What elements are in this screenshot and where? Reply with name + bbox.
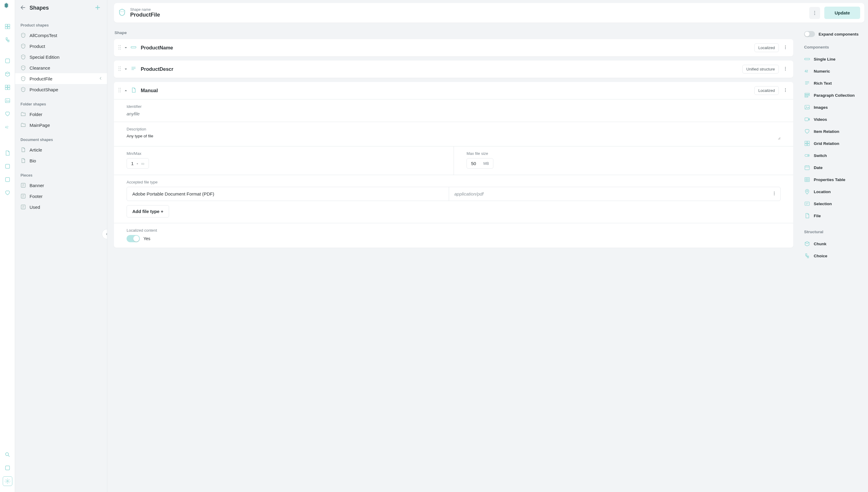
component-tag[interactable]: Localized [754, 86, 779, 95]
inspector-component-item[interactable]: Single Line [804, 53, 864, 65]
drag-handle-icon[interactable] [118, 66, 121, 72]
identifier-value[interactable]: anyfile [126, 111, 780, 116]
rail-item-pricing[interactable] [3, 122, 13, 132]
filetype-name[interactable]: Adobe Portable Document Format (PDF) [127, 187, 449, 201]
rail-item-random[interactable] [3, 162, 13, 171]
inspector-component-item[interactable]: File [804, 210, 864, 222]
update-button[interactable]: Update [824, 7, 860, 19]
inspector-component-label: Chunk [814, 242, 826, 246]
component-name: Manual [141, 88, 751, 93]
inspector-component-item[interactable]: Videos [804, 113, 864, 125]
rail-item-media[interactable] [3, 96, 13, 105]
component-menu-button[interactable] [782, 65, 789, 73]
sidebar-item[interactable]: Folder [15, 109, 107, 120]
sidebar-item-label: Clearance [29, 65, 50, 71]
rail-item-users[interactable] [3, 109, 13, 119]
inspector-component-item[interactable]: Paragraph Collection [804, 89, 864, 101]
inspector-component-item[interactable]: Date [804, 162, 864, 174]
add-filetype-button[interactable]: Add file type + [126, 205, 169, 218]
inspector-component-item[interactable]: Item Relation [804, 125, 864, 138]
sidebar-item-label: Banner [29, 183, 44, 188]
rail-item-analytics[interactable] [3, 175, 13, 184]
inspector-component-item[interactable]: Chunk [804, 238, 864, 250]
component-type-icon [130, 87, 137, 94]
rail-item-dashboard[interactable] [3, 22, 13, 31]
inspector-component-item[interactable]: Rich Text [804, 77, 864, 89]
sidebar-item[interactable]: MainPage [15, 120, 107, 130]
shape-menu-button[interactable] [809, 7, 820, 19]
sidebar-item[interactable]: Bio [15, 155, 107, 166]
shape-name-value: ProductFile [130, 12, 160, 18]
component-tag[interactable]: Localized [754, 43, 779, 52]
inspector-component-item[interactable]: Selection [804, 198, 864, 210]
sidebar-item[interactable]: Article [15, 144, 107, 155]
rail-item-catalogue[interactable] [3, 56, 13, 66]
rail-item-settings[interactable] [3, 476, 13, 486]
rail-item-clipboard[interactable] [3, 148, 13, 158]
sidebar-item[interactable]: Footer [15, 191, 107, 201]
component-type-icon [130, 44, 137, 51]
rail-item-network[interactable] [3, 69, 13, 79]
minmax-input[interactable]: 1-∞ [126, 158, 149, 169]
expand-toggle[interactable] [124, 46, 127, 50]
sidebar-item[interactable]: Banner [15, 180, 107, 191]
rail-item-profile[interactable] [3, 188, 13, 198]
sidebar-item[interactable]: Product [15, 41, 107, 51]
sidebar: Shapes Product shapes AllCompsTest Produ… [15, 0, 107, 492]
inspector-component-item[interactable]: Choice [804, 250, 864, 262]
component-tag[interactable]: Unified structure [742, 65, 779, 74]
shape-icon [118, 8, 126, 17]
rail-item-search[interactable] [3, 450, 13, 460]
component-menu-button[interactable] [782, 44, 789, 52]
back-button[interactable] [20, 4, 26, 12]
sidebar-item[interactable]: Used [15, 201, 107, 213]
chevron-left-icon [99, 76, 103, 81]
sidebar-item-label: ProductFile [29, 76, 52, 81]
sidebar-item[interactable]: ProductShape [15, 84, 107, 95]
component-name: ProductDescr [141, 66, 739, 72]
sidebar-item[interactable]: AllCompsTest [15, 30, 107, 41]
description-input[interactable]: Any type of file [126, 134, 780, 140]
drag-handle-icon[interactable] [118, 88, 121, 93]
sidebar-item-label: MainPage [29, 123, 50, 128]
sidebar-item-label: Folder [29, 112, 43, 117]
rail-item-language[interactable] [3, 463, 13, 473]
inspector-component-item[interactable]: Switch [804, 149, 864, 162]
sidebar-group-title: Document shapes [15, 130, 107, 144]
maxfilesize-input[interactable]: 50MB [466, 158, 493, 169]
component-menu-button[interactable] [782, 87, 789, 95]
localized-toggle[interactable] [126, 235, 140, 242]
sidebar-item[interactable]: ProductFile [15, 73, 107, 84]
filetype-mime[interactable]: application/pdf [449, 187, 771, 201]
add-shape-button[interactable] [94, 4, 101, 12]
expand-toggle[interactable] [124, 88, 127, 93]
component-card: ProductName Localized [114, 39, 793, 56]
sidebar-collapse-button[interactable] [102, 229, 107, 239]
identifier-label: Identifier [126, 104, 780, 109]
expand-toggle[interactable] [124, 67, 127, 72]
inspector-component-label: Date [814, 165, 822, 170]
filetype-menu-button[interactable] [771, 190, 780, 198]
component-type-icon [130, 66, 137, 73]
inspector-component-item[interactable]: Properties Table [804, 174, 864, 186]
inspector-component-item[interactable]: Grid Relation [804, 138, 864, 149]
inspector-component-label: Paragraph Collection [814, 93, 855, 98]
main: Shape name ProductFile Update Shape Prod… [107, 0, 868, 492]
inspector-component-item[interactable]: Images [804, 101, 864, 113]
inspector-component-label: Grid Relation [814, 141, 839, 146]
inspector-component-label: Item Relation [814, 129, 839, 134]
rail-item-linked[interactable] [3, 35, 13, 45]
sidebar-item-label: Footer [29, 194, 43, 199]
inspector-component-label: Selection [814, 201, 832, 206]
inspector-component-item[interactable]: Numeric [804, 65, 864, 77]
inspector-component-label: Single Line [814, 57, 836, 62]
drag-handle-icon[interactable] [118, 45, 121, 51]
inspector-component-item[interactable]: Location [804, 186, 864, 198]
localized-label: Localized content [126, 228, 780, 232]
sidebar-item[interactable]: Clearance [15, 63, 107, 73]
expand-components-toggle[interactable] [804, 31, 815, 37]
sidebar-item[interactable]: Special Edition [15, 51, 107, 63]
sidebar-item-label: AllCompsTest [29, 33, 57, 38]
rail-item-apps[interactable] [3, 82, 13, 92]
inspector-component-label: Switch [814, 153, 827, 158]
